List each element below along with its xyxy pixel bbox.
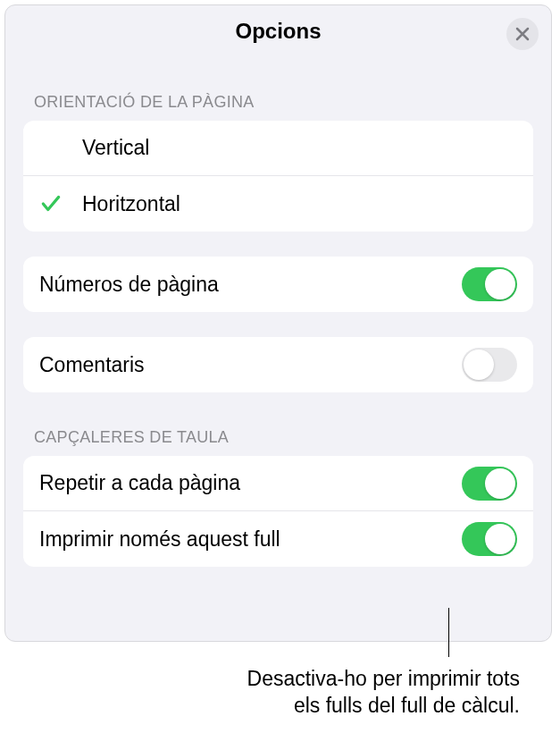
callout-line2: els fulls del full de càlcul.	[294, 694, 520, 717]
close-button[interactable]	[506, 18, 539, 50]
repeat-toggle[interactable]	[462, 467, 517, 501]
header: Opcions	[5, 5, 551, 57]
orientation-horizontal-label: Horitzontal	[82, 192, 517, 216]
toggle-knob	[485, 269, 515, 299]
print-only-row: Imprimir només aquest full	[23, 511, 533, 567]
section-header-orientation: ORIENTACIÓ DE LA PÀGINA	[23, 57, 533, 121]
orientation-vertical-row[interactable]: Vertical	[23, 121, 533, 176]
table-headers-group: Repetir a cada pàgina Imprimir només aqu…	[23, 456, 533, 567]
content: ORIENTACIÓ DE LA PÀGINA Vertical Horitzo…	[5, 57, 551, 567]
close-icon	[515, 27, 530, 41]
page-numbers-group: Números de pàgina	[23, 257, 533, 312]
repeat-label: Repetir a cada pàgina	[39, 471, 462, 495]
toggle-knob	[485, 524, 515, 554]
page-numbers-label: Números de pàgina	[39, 273, 462, 297]
callout-text: Desactiva-ho per imprimir tots els fulls…	[247, 666, 520, 720]
page-title: Opcions	[235, 19, 321, 44]
repeat-row: Repetir a cada pàgina	[23, 456, 533, 511]
checkmark-icon	[39, 192, 63, 215]
callout-line1: Desactiva-ho per imprimir tots	[247, 667, 520, 690]
toggle-knob	[464, 350, 494, 380]
comments-row: Comentaris	[23, 337, 533, 392]
orientation-horizontal-row[interactable]: Horitzontal	[23, 176, 533, 232]
page-numbers-row: Números de pàgina	[23, 257, 533, 312]
orientation-group: Vertical Horitzontal	[23, 121, 533, 232]
toggle-knob	[485, 468, 515, 499]
orientation-vertical-label: Vertical	[82, 136, 517, 160]
section-header-table: CAPÇALERES DE TAULA	[23, 392, 533, 456]
page-numbers-toggle[interactable]	[462, 267, 517, 301]
options-panel: Opcions ORIENTACIÓ DE LA PÀGINA Vertical…	[4, 4, 552, 642]
comments-toggle[interactable]	[462, 348, 517, 382]
check-col	[39, 192, 82, 215]
print-only-label: Imprimir només aquest full	[39, 527, 462, 552]
callout-connector	[448, 608, 449, 657]
print-only-toggle[interactable]	[462, 522, 517, 556]
comments-group: Comentaris	[23, 337, 533, 392]
comments-label: Comentaris	[39, 353, 462, 377]
